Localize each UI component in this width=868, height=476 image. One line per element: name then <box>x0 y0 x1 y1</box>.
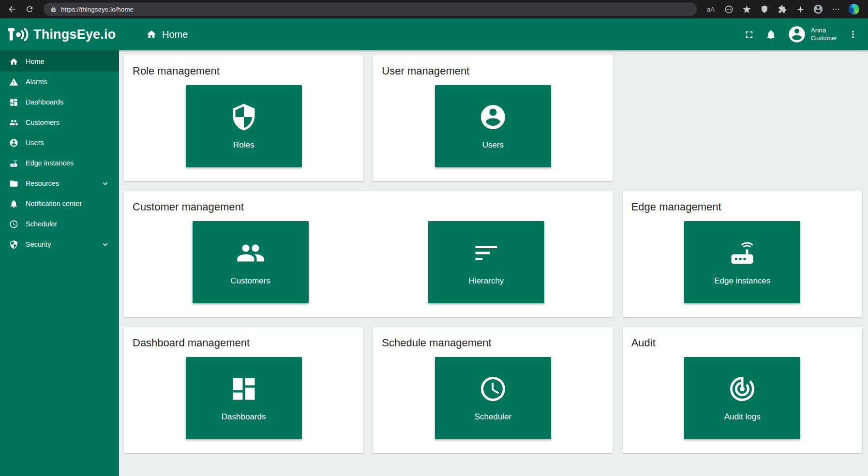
people-icon <box>9 118 18 127</box>
refresh-button[interactable] <box>22 2 37 16</box>
warning-icon <box>9 77 18 87</box>
tile-roles[interactable]: Roles <box>186 85 302 167</box>
card-schedule-management: Schedule management Scheduler <box>373 327 613 453</box>
sidebar-item-label: Customers <box>26 119 60 126</box>
sidebar-item-label: Alarms <box>26 78 47 86</box>
home-icon <box>146 29 157 40</box>
sidebar-item-label: Scheduler <box>26 220 57 228</box>
extension-icon-1[interactable] <box>775 2 790 16</box>
text-size-icon[interactable]: aA <box>703 2 718 16</box>
sidebar-item-label: Resources <box>26 179 59 187</box>
clock-icon <box>9 220 18 229</box>
tile-label: Hierarchy <box>469 276 504 286</box>
reader-mode-icon[interactable] <box>721 2 736 16</box>
person-circle-icon <box>9 138 18 148</box>
user-menu[interactable]: Anna Customer <box>787 25 837 44</box>
card-title: Audit <box>631 337 853 349</box>
track-changes-icon <box>728 374 757 403</box>
sidebar-item-label: Edge instances <box>26 159 74 167</box>
tile-users[interactable]: Users <box>435 85 551 167</box>
folder-icon <box>9 179 18 188</box>
clock-icon <box>479 374 508 403</box>
sidebar-item-label: Dashboards <box>26 98 63 106</box>
tile-label: Customers <box>231 276 270 286</box>
tile-label: Users <box>482 140 504 150</box>
sidebar-item-label: Notification center <box>26 200 82 208</box>
notifications-bell-icon[interactable] <box>765 29 777 40</box>
sidebar-item-users[interactable]: Users <box>0 133 119 153</box>
tile-edge-instances[interactable]: Edge instances <box>684 221 800 303</box>
tile-hierarchy[interactable]: Hierarchy <box>428 221 544 303</box>
shield-half-icon <box>229 103 258 132</box>
tile-audit-logs[interactable]: Audit logs <box>684 357 800 439</box>
card-grid: Role management Roles User management Us… <box>124 55 862 453</box>
url-bar[interactable]: https://thingseye.io/home <box>44 2 697 16</box>
sidebar: Home Alarms Dashboards Customers Users E… <box>0 50 119 476</box>
sidebar-item-security[interactable]: Security <box>0 234 119 254</box>
tile-scheduler[interactable]: Scheduler <box>435 357 551 439</box>
thingseye-logo-icon <box>8 28 29 42</box>
sidebar-item-scheduler[interactable]: Scheduler <box>0 214 119 234</box>
card-audit: Audit Audit logs <box>623 327 862 453</box>
tile-label: Scheduler <box>475 412 512 422</box>
dashboard-icon <box>9 98 18 107</box>
sidebar-item-label: Home <box>26 58 45 65</box>
card-title: Schedule management <box>382 337 604 349</box>
app-header: ThingsEye.io Home Anna Customer <box>0 18 868 50</box>
main-content: Role management Roles User management Us… <box>119 50 868 476</box>
sidebar-item-label: Users <box>26 139 44 147</box>
sidebar-item-home[interactable]: Home <box>0 51 119 72</box>
browser-menu-icon[interactable] <box>829 2 843 16</box>
browser-chrome: https://thingseye.io/home aA <box>0 0 868 18</box>
sidebar-item-dashboards[interactable]: Dashboards <box>0 92 119 112</box>
router-icon <box>9 159 18 168</box>
extension-icon-2[interactable] <box>793 2 808 16</box>
breadcrumb: Home <box>146 29 188 40</box>
card-title: Customer management <box>133 201 604 213</box>
card-edge-management: Edge management Edge instances <box>623 191 862 317</box>
sidebar-item-edge-instances[interactable]: Edge instances <box>0 153 119 173</box>
sidebar-item-notification-center[interactable]: Notification center <box>0 193 119 214</box>
tile-label: Audit logs <box>724 412 761 422</box>
card-role-management: Role management Roles <box>124 55 363 181</box>
card-dashboard-management: Dashboard management Dashboards <box>124 327 363 453</box>
more-vert-icon[interactable] <box>848 29 858 40</box>
browser-toolbar-icons: aA <box>703 2 863 16</box>
edge-logo[interactable] <box>847 2 861 16</box>
card-title: Edge management <box>631 201 853 213</box>
user-name: Anna <box>811 27 837 35</box>
dashboard-icon <box>229 374 258 403</box>
card-title: Dashboard management <box>133 337 355 349</box>
tile-dashboards[interactable]: Dashboards <box>186 357 302 439</box>
sidebar-item-label: Security <box>26 240 51 248</box>
tile-label: Dashboards <box>222 412 266 422</box>
url-text: https://thingseye.io/home <box>61 6 134 13</box>
card-title: Role management <box>133 65 355 77</box>
site-security-lock-icon[interactable] <box>50 6 57 13</box>
browser-profile-avatar[interactable] <box>811 2 825 16</box>
person-circle-icon <box>479 103 508 132</box>
header-actions: Anna Customer <box>744 25 868 44</box>
bell-icon <box>9 199 18 208</box>
fullscreen-icon[interactable] <box>744 29 755 40</box>
favorites-star-icon[interactable] <box>739 2 754 16</box>
chevron-down-icon[interactable] <box>101 179 110 188</box>
brand-logo[interactable]: ThingsEye.io <box>0 27 127 42</box>
card-customer-management: Customer management Customers Hierarchy <box>124 191 613 317</box>
card-title: User management <box>382 65 604 77</box>
brand-name: ThingsEye.io <box>33 27 116 42</box>
sidebar-item-resources[interactable]: Resources <box>0 173 119 193</box>
people-icon <box>236 238 265 268</box>
card-user-management: User management Users <box>373 55 613 181</box>
router-icon <box>728 238 757 268</box>
back-button[interactable] <box>5 2 19 16</box>
sidebar-item-alarms[interactable]: Alarms <box>0 72 119 92</box>
tile-customers[interactable]: Customers <box>193 221 309 303</box>
user-role: Customer <box>811 35 837 43</box>
user-avatar <box>787 25 807 44</box>
home-icon <box>9 57 18 66</box>
sidebar-item-customers[interactable]: Customers <box>0 112 119 133</box>
tile-label: Roles <box>233 140 254 150</box>
chevron-down-icon[interactable] <box>101 240 110 249</box>
browser-essentials-icon[interactable] <box>757 2 772 16</box>
